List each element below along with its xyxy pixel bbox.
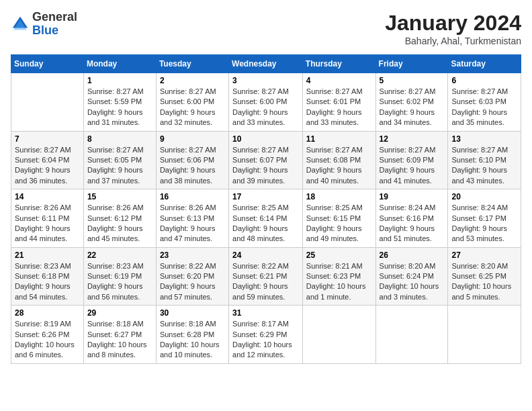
day-number: 27 (451, 250, 517, 260)
day-info: Sunrise: 8:23 AMSunset: 6:19 PMDaylight:… (87, 261, 152, 303)
calendar-week-row: 7Sunrise: 8:27 AMSunset: 6:04 PMDaylight… (11, 131, 521, 189)
day-number: 4 (306, 76, 372, 85)
day-number: 23 (160, 250, 225, 260)
day-number: 30 (160, 308, 225, 318)
calendar-cell: 4Sunrise: 8:27 AMSunset: 6:01 PMDaylight… (302, 73, 375, 132)
day-info: Sunrise: 8:27 AMSunset: 6:06 PMDaylight:… (160, 145, 225, 187)
calendar-cell (302, 306, 375, 364)
calendar-week-row: 14Sunrise: 8:26 AMSunset: 6:11 PMDayligh… (11, 189, 521, 248)
day-info: Sunrise: 8:26 AMSunset: 6:12 PMDaylight:… (87, 203, 152, 244)
day-info: Sunrise: 8:18 AMSunset: 6:28 PMDaylight:… (160, 319, 225, 361)
calendar-cell: 21Sunrise: 8:23 AMSunset: 6:18 PMDayligh… (11, 247, 84, 306)
day-number: 25 (306, 250, 372, 260)
calendar-cell: 5Sunrise: 8:27 AMSunset: 6:02 PMDaylight… (375, 73, 448, 132)
day-number: 29 (87, 308, 152, 318)
location-subtitle: Baharly, Ahal, Turkmenistan (385, 36, 521, 46)
day-number: 3 (232, 76, 299, 85)
day-number: 14 (15, 192, 80, 201)
day-number: 1 (87, 76, 152, 85)
logo: General Blue (11, 11, 77, 38)
calendar-cell: 2Sunrise: 8:27 AMSunset: 6:00 PMDaylight… (156, 73, 228, 132)
day-number: 10 (232, 134, 299, 144)
day-info: Sunrise: 8:27 AMSunset: 6:04 PMDaylight:… (15, 145, 80, 187)
day-info: Sunrise: 8:27 AMSunset: 6:08 PMDaylight:… (306, 145, 372, 187)
calendar-cell: 1Sunrise: 8:27 AMSunset: 5:59 PMDaylight… (83, 73, 156, 132)
day-number: 15 (87, 192, 152, 201)
day-info: Sunrise: 8:17 AMSunset: 6:29 PMDaylight:… (232, 319, 299, 361)
day-info: Sunrise: 8:27 AMSunset: 6:01 PMDaylight:… (306, 87, 372, 128)
day-number: 5 (380, 76, 445, 85)
day-number: 24 (232, 250, 299, 260)
day-number: 12 (380, 134, 445, 144)
calendar-cell: 7Sunrise: 8:27 AMSunset: 6:04 PMDaylight… (11, 131, 84, 189)
calendar-cell (11, 73, 84, 132)
calendar-table: SundayMondayTuesdayWednesdayThursdayFrid… (11, 54, 521, 364)
day-number: 16 (160, 192, 225, 201)
day-info: Sunrise: 8:24 AMSunset: 6:16 PMDaylight:… (380, 203, 445, 244)
calendar-cell (375, 306, 448, 364)
day-number: 8 (87, 134, 152, 144)
calendar-cell: 14Sunrise: 8:26 AMSunset: 6:11 PMDayligh… (11, 189, 84, 248)
day-info: Sunrise: 8:27 AMSunset: 6:10 PMDaylight:… (451, 145, 517, 187)
calendar-cell (448, 306, 521, 364)
calendar-cell: 12Sunrise: 8:27 AMSunset: 6:09 PMDayligh… (375, 131, 448, 189)
calendar-cell: 15Sunrise: 8:26 AMSunset: 6:12 PMDayligh… (83, 189, 156, 248)
day-info: Sunrise: 8:27 AMSunset: 6:00 PMDaylight:… (160, 87, 225, 128)
day-info: Sunrise: 8:27 AMSunset: 6:02 PMDaylight:… (380, 87, 445, 128)
calendar-cell: 31Sunrise: 8:17 AMSunset: 6:29 PMDayligh… (229, 306, 303, 364)
calendar-cell: 23Sunrise: 8:22 AMSunset: 6:20 PMDayligh… (156, 247, 228, 306)
day-number: 28 (15, 308, 80, 318)
day-number: 13 (451, 134, 517, 144)
day-info: Sunrise: 8:22 AMSunset: 6:20 PMDaylight:… (160, 261, 225, 303)
weekday-header: Saturday (448, 55, 521, 73)
calendar-cell: 3Sunrise: 8:27 AMSunset: 6:00 PMDaylight… (229, 73, 303, 132)
calendar-cell: 27Sunrise: 8:20 AMSunset: 6:25 PMDayligh… (448, 247, 521, 306)
calendar-cell: 26Sunrise: 8:20 AMSunset: 6:24 PMDayligh… (375, 247, 448, 306)
day-info: Sunrise: 8:23 AMSunset: 6:18 PMDaylight:… (15, 261, 80, 303)
calendar-cell: 19Sunrise: 8:24 AMSunset: 6:16 PMDayligh… (375, 189, 448, 248)
weekday-header: Tuesday (156, 55, 228, 73)
calendar-cell: 18Sunrise: 8:25 AMSunset: 6:15 PMDayligh… (302, 189, 375, 248)
day-number: 18 (306, 192, 372, 201)
month-year-title: January 2024 (385, 11, 521, 36)
calendar-week-row: 21Sunrise: 8:23 AMSunset: 6:18 PMDayligh… (11, 247, 521, 306)
calendar-cell: 24Sunrise: 8:22 AMSunset: 6:21 PMDayligh… (229, 247, 303, 306)
calendar-week-row: 28Sunrise: 8:19 AMSunset: 6:26 PMDayligh… (11, 306, 521, 364)
calendar-cell: 20Sunrise: 8:24 AMSunset: 6:17 PMDayligh… (448, 189, 521, 248)
day-info: Sunrise: 8:25 AMSunset: 6:15 PMDaylight:… (306, 203, 372, 244)
calendar-cell: 11Sunrise: 8:27 AMSunset: 6:08 PMDayligh… (302, 131, 375, 189)
day-info: Sunrise: 8:18 AMSunset: 6:27 PMDaylight:… (87, 319, 152, 361)
day-info: Sunrise: 8:25 AMSunset: 6:14 PMDaylight:… (232, 203, 299, 244)
day-number: 26 (380, 250, 445, 260)
calendar-header-row: SundayMondayTuesdayWednesdayThursdayFrid… (11, 55, 521, 73)
day-info: Sunrise: 8:27 AMSunset: 5:59 PMDaylight:… (87, 87, 152, 128)
day-info: Sunrise: 8:27 AMSunset: 6:09 PMDaylight:… (380, 145, 445, 187)
calendar-cell: 13Sunrise: 8:27 AMSunset: 6:10 PMDayligh… (448, 131, 521, 189)
day-info: Sunrise: 8:26 AMSunset: 6:13 PMDaylight:… (160, 203, 225, 244)
title-block: January 2024 Baharly, Ahal, Turkmenistan (385, 11, 521, 46)
calendar-cell: 16Sunrise: 8:26 AMSunset: 6:13 PMDayligh… (156, 189, 228, 248)
weekday-header: Monday (83, 55, 156, 73)
page-header: General Blue January 2024 Baharly, Ahal,… (11, 11, 521, 46)
weekday-header: Friday (375, 55, 448, 73)
logo-icon (11, 15, 30, 34)
logo-text: General Blue (32, 11, 77, 38)
day-number: 9 (160, 134, 225, 144)
day-info: Sunrise: 8:27 AMSunset: 6:00 PMDaylight:… (232, 87, 299, 128)
calendar-cell: 6Sunrise: 8:27 AMSunset: 6:03 PMDaylight… (448, 73, 521, 132)
calendar-cell: 25Sunrise: 8:21 AMSunset: 6:23 PMDayligh… (302, 247, 375, 306)
day-number: 17 (232, 192, 299, 201)
calendar-cell: 28Sunrise: 8:19 AMSunset: 6:26 PMDayligh… (11, 306, 84, 364)
calendar-week-row: 1Sunrise: 8:27 AMSunset: 5:59 PMDaylight… (11, 73, 521, 132)
day-info: Sunrise: 8:21 AMSunset: 6:23 PMDaylight:… (306, 261, 372, 303)
day-info: Sunrise: 8:20 AMSunset: 6:24 PMDaylight:… (380, 261, 445, 303)
day-info: Sunrise: 8:27 AMSunset: 6:05 PMDaylight:… (87, 145, 152, 187)
calendar-cell: 29Sunrise: 8:18 AMSunset: 6:27 PMDayligh… (83, 306, 156, 364)
day-info: Sunrise: 8:27 AMSunset: 6:03 PMDaylight:… (451, 87, 517, 128)
day-info: Sunrise: 8:26 AMSunset: 6:11 PMDaylight:… (15, 203, 80, 244)
day-number: 19 (380, 192, 445, 201)
day-number: 31 (232, 308, 299, 318)
calendar-cell: 9Sunrise: 8:27 AMSunset: 6:06 PMDaylight… (156, 131, 228, 189)
day-info: Sunrise: 8:20 AMSunset: 6:25 PMDaylight:… (451, 261, 517, 303)
calendar-cell: 8Sunrise: 8:27 AMSunset: 6:05 PMDaylight… (83, 131, 156, 189)
